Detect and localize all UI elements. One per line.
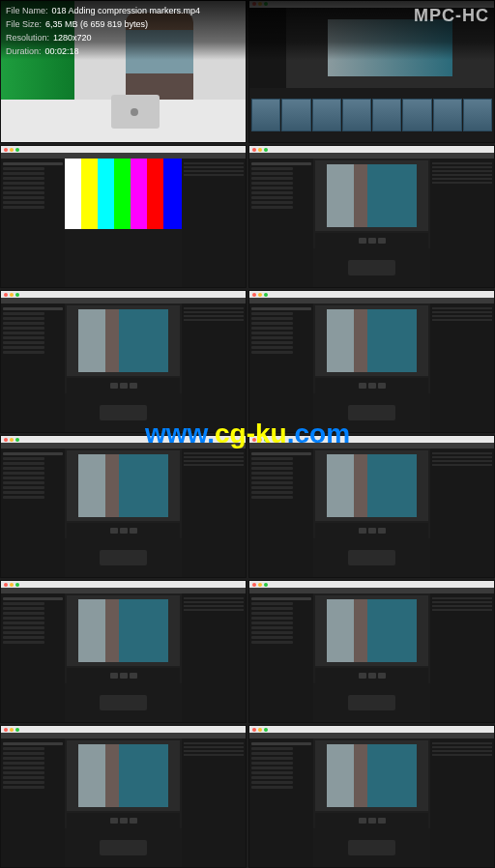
chapter-area	[313, 828, 430, 867]
settings-sidebar[interactable]	[1, 448, 65, 577]
inspector[interactable]	[182, 738, 246, 867]
transport[interactable]	[67, 378, 180, 393]
settings-sidebar[interactable]	[249, 304, 313, 432]
zoom-icon	[15, 293, 19, 297]
transport[interactable]	[315, 813, 428, 828]
settings-sidebar[interactable]	[1, 304, 65, 432]
next-button[interactable]	[130, 673, 137, 679]
prev-button[interactable]	[359, 818, 366, 824]
compressor-cell[interactable]	[248, 725, 495, 868]
compressor-cell[interactable]	[0, 145, 247, 288]
resolution-value: 1280x720	[53, 31, 92, 44]
transport[interactable]	[315, 668, 428, 683]
inspector[interactable]	[182, 304, 246, 432]
chapter-area	[313, 538, 430, 577]
preview-area	[313, 738, 430, 867]
clip-thumb	[327, 164, 418, 228]
next-button[interactable]	[378, 238, 386, 244]
clip[interactable]	[372, 99, 401, 130]
play-button[interactable]	[120, 528, 128, 534]
inspector[interactable]	[182, 448, 246, 577]
clip[interactable]	[342, 99, 371, 130]
play-button[interactable]	[368, 383, 376, 389]
settings-sidebar[interactable]	[249, 448, 313, 577]
add-chapter-button[interactable]	[348, 840, 395, 855]
video-player: File Name: 018 Adding compression marker…	[0, 0, 495, 868]
compressor-cell[interactable]	[0, 725, 247, 868]
minimize-icon	[258, 583, 262, 587]
next-button[interactable]	[378, 818, 386, 824]
compressor-cell[interactable]	[248, 580, 495, 723]
watermark-prefix: www.	[145, 419, 215, 448]
inspector[interactable]	[430, 738, 494, 867]
play-button[interactable]	[368, 818, 376, 824]
transport[interactable]	[315, 378, 428, 393]
play-button[interactable]	[120, 673, 128, 679]
add-chapter-button[interactable]	[348, 695, 395, 710]
clip[interactable]	[312, 99, 341, 130]
add-chapter-button[interactable]	[348, 260, 395, 275]
clip[interactable]	[402, 99, 431, 130]
settings-sidebar[interactable]	[249, 159, 313, 287]
settings-sidebar[interactable]	[249, 738, 313, 867]
transport[interactable]	[67, 523, 180, 538]
clip[interactable]	[281, 99, 310, 130]
add-chapter-button[interactable]	[348, 405, 395, 420]
next-button[interactable]	[378, 528, 386, 534]
prev-button[interactable]	[110, 383, 118, 389]
settings-sidebar[interactable]	[249, 593, 313, 722]
play-button[interactable]	[368, 238, 376, 244]
inspector[interactable]	[430, 304, 494, 432]
prev-button[interactable]	[110, 673, 118, 679]
preview-area	[313, 304, 430, 432]
transport[interactable]	[315, 233, 428, 248]
clip[interactable]	[463, 99, 492, 130]
compressor-cell[interactable]	[0, 435, 247, 578]
transport[interactable]	[315, 523, 428, 538]
clip[interactable]	[433, 99, 462, 130]
clip[interactable]	[251, 99, 280, 130]
transport[interactable]	[67, 813, 180, 828]
compressor-cell[interactable]	[0, 580, 247, 723]
close-icon	[252, 293, 256, 297]
prev-button[interactable]	[359, 673, 366, 679]
add-chapter-button[interactable]	[100, 840, 147, 855]
prev-button[interactable]	[359, 238, 366, 244]
inspector[interactable]	[430, 593, 494, 722]
inspector[interactable]	[430, 159, 494, 287]
menubar	[249, 146, 494, 153]
inspector[interactable]	[430, 448, 494, 577]
compressor-cell[interactable]	[248, 145, 495, 288]
compressor-cell[interactable]	[0, 290, 247, 433]
menubar	[1, 726, 246, 733]
play-button[interactable]	[120, 818, 128, 824]
preview-area	[313, 159, 430, 287]
prev-button[interactable]	[359, 528, 366, 534]
compressor-cell[interactable]	[248, 290, 495, 433]
play-button[interactable]	[368, 528, 376, 534]
settings-sidebar[interactable]	[1, 738, 65, 867]
add-chapter-button[interactable]	[100, 405, 147, 420]
next-button[interactable]	[130, 818, 137, 824]
add-chapter-button[interactable]	[100, 550, 147, 565]
play-button[interactable]	[368, 673, 376, 679]
settings-sidebar[interactable]	[1, 593, 65, 722]
transport[interactable]	[67, 668, 180, 683]
next-button[interactable]	[378, 673, 386, 679]
prev-button[interactable]	[110, 818, 118, 824]
timeline-track[interactable]	[249, 88, 494, 142]
file-name-label: File Name:	[6, 4, 48, 17]
add-chapter-button[interactable]	[348, 550, 395, 565]
next-button[interactable]	[130, 528, 137, 534]
inspector[interactable]	[182, 159, 246, 287]
add-chapter-button[interactable]	[100, 695, 147, 710]
settings-sidebar[interactable]	[1, 159, 65, 287]
prev-button[interactable]	[110, 528, 118, 534]
next-button[interactable]	[130, 383, 137, 389]
chapter-area	[65, 683, 182, 722]
next-button[interactable]	[378, 383, 386, 389]
inspector[interactable]	[182, 593, 246, 722]
compressor-cell[interactable]	[248, 435, 495, 578]
play-button[interactable]	[120, 383, 128, 389]
prev-button[interactable]	[359, 383, 366, 389]
